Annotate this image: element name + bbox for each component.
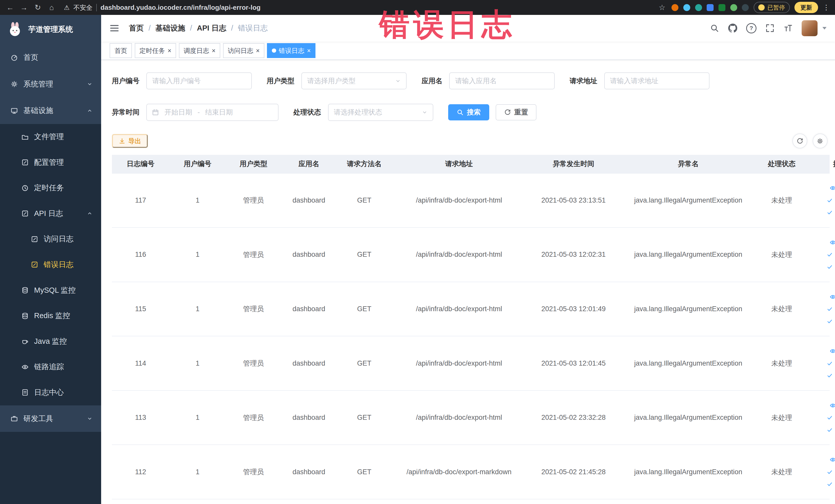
close-icon[interactable]: × xyxy=(212,47,216,54)
fullscreen-icon[interactable] xyxy=(766,24,774,33)
column-header: 应用名 xyxy=(281,159,337,168)
detail-link[interactable]: 详细 xyxy=(830,184,835,192)
processed-link[interactable]: 已处理 xyxy=(827,196,835,205)
address-bar[interactable]: ⚠ 不安全 dashboard.yudao.iocoder.cn/infra/l… xyxy=(64,3,261,12)
sidebar-item-infra[interactable]: 基础设施 xyxy=(0,98,101,124)
sidebar-item-file-manage[interactable]: 文件管理 xyxy=(0,124,101,150)
cell-status: 未处理 xyxy=(756,413,808,422)
sidebar-item-system[interactable]: 系统管理 xyxy=(0,71,101,98)
extension-icon[interactable] xyxy=(707,4,714,11)
ignored-link[interactable]: 已忽略 xyxy=(827,480,835,488)
tab-error-log[interactable]: 错误日志 × xyxy=(267,43,315,58)
processed-link[interactable]: 已处理 xyxy=(827,414,835,422)
search-button[interactable]: 搜索 xyxy=(448,104,489,120)
reset-button[interactable]: 重置 xyxy=(496,104,537,120)
browser-update-button[interactable]: 更新 xyxy=(794,2,818,13)
processed-link[interactable]: 已处理 xyxy=(827,468,835,476)
app-title: 芋道管理系统 xyxy=(28,24,73,35)
extension-icon[interactable] xyxy=(718,4,726,11)
font-size-icon[interactable] xyxy=(783,24,792,33)
hamburger-icon[interactable] xyxy=(109,23,119,33)
sidebar-item-log-center[interactable]: 日志中心 xyxy=(0,380,101,405)
detail-link[interactable]: 详细 xyxy=(830,456,835,464)
cell-actions: 详细 已处理 已忽略 xyxy=(808,184,835,217)
extension-icon[interactable] xyxy=(742,4,749,11)
tab-scheduled-jobs[interactable]: 定时任务 × xyxy=(135,43,176,58)
process-status-select[interactable]: 请选择处理状态 xyxy=(328,104,433,121)
extension-icon[interactable] xyxy=(672,4,678,11)
sidebar-item-trace[interactable]: 链路追踪 xyxy=(0,354,101,380)
sidebar-item-java-monitor[interactable]: Java 监控 xyxy=(0,329,101,354)
close-icon[interactable]: × xyxy=(168,47,171,54)
sidebar-item-home[interactable]: 首页 xyxy=(0,44,101,71)
refresh-table-button[interactable] xyxy=(792,134,807,148)
bookmark-star-icon[interactable]: ☆ xyxy=(657,3,667,12)
processed-link[interactable]: 已处理 xyxy=(827,250,835,259)
user-type-select[interactable]: 请选择用户类型 xyxy=(301,73,407,89)
database-icon xyxy=(21,286,29,294)
paused-extension-badge[interactable]: 已暂停 xyxy=(754,2,790,13)
column-header: 请求方法名 xyxy=(337,159,392,168)
ignored-link[interactable]: 已忽略 xyxy=(827,426,835,434)
sidebar-item-label: 配置管理 xyxy=(34,157,64,168)
detail-link[interactable]: 详细 xyxy=(830,401,835,410)
tab-home[interactable]: 首页 xyxy=(109,43,132,58)
cell-app: dashboard xyxy=(281,360,337,367)
sidebar-item-error-log[interactable]: 错误日志 xyxy=(0,252,101,278)
sidebar-item-redis-monitor[interactable]: Redis 监控 xyxy=(0,303,101,329)
ignored-link[interactable]: 已忽略 xyxy=(827,317,835,325)
tab-schedule-log[interactable]: 调度日志 × xyxy=(179,43,221,58)
reload-icon[interactable]: ↻ xyxy=(33,3,43,12)
security-label[interactable]: 不安全 xyxy=(74,3,93,12)
column-settings-button[interactable] xyxy=(813,134,828,148)
chevron-up-icon xyxy=(87,108,93,114)
avatar[interactable] xyxy=(802,20,817,36)
url-text[interactable]: dashboard.yudao.iocoder.cn/infra/log/api… xyxy=(100,4,261,11)
sidebar-item-access-log[interactable]: 访问日志 xyxy=(0,226,101,252)
cell-user-type: 管理员 xyxy=(226,413,281,422)
detail-link[interactable]: 详细 xyxy=(830,238,835,247)
ignored-link[interactable]: 已忽略 xyxy=(827,208,835,217)
filter-label: 用户类型 xyxy=(267,76,294,85)
chevron-down-icon xyxy=(87,81,93,87)
processed-link[interactable]: 已处理 xyxy=(827,305,835,313)
caret-down-icon[interactable] xyxy=(822,27,827,29)
cell-status: 未处理 xyxy=(756,359,808,368)
breadcrumb-item[interactable]: 基础设施 xyxy=(155,23,185,33)
forward-icon[interactable]: → xyxy=(19,3,29,12)
browser-menu-icon[interactable]: ⋮ xyxy=(823,3,830,12)
home-icon[interactable]: ⌂ xyxy=(47,3,57,12)
gear-icon xyxy=(816,138,823,144)
close-icon[interactable]: × xyxy=(256,47,260,54)
extension-icon[interactable] xyxy=(695,4,702,11)
ignored-link[interactable]: 已忽略 xyxy=(827,263,835,271)
ignored-link[interactable]: 已忽略 xyxy=(827,371,835,380)
breadcrumb-item[interactable]: 首页 xyxy=(129,23,144,33)
user-id-input[interactable] xyxy=(146,73,252,89)
date-range-picker[interactable]: 开始日期 - 结束日期 xyxy=(146,104,278,121)
help-icon[interactable]: ? xyxy=(746,23,756,33)
sidebar-item-mysql-monitor[interactable]: MySQL 监控 xyxy=(0,278,101,303)
search-icon[interactable] xyxy=(710,24,719,33)
app-name-input[interactable] xyxy=(449,73,555,89)
toolbar-right xyxy=(792,134,828,148)
check-icon xyxy=(827,209,833,216)
cell-exception: java.lang.IllegalArgumentException xyxy=(621,414,756,422)
sidebar-item-devtools[interactable]: 研发工具 xyxy=(0,405,101,432)
tab-access-log[interactable]: 访问日志 × xyxy=(223,43,265,58)
close-icon[interactable]: × xyxy=(307,47,311,54)
sidebar-item-api-log[interactable]: API 日志 xyxy=(0,201,101,226)
column-header: 异常名 xyxy=(621,159,756,168)
extension-icon[interactable] xyxy=(730,4,737,11)
detail-link[interactable]: 详细 xyxy=(830,347,835,355)
request-url-input[interactable] xyxy=(604,73,710,89)
sidebar-item-scheduled-jobs[interactable]: 定时任务 xyxy=(0,175,101,201)
breadcrumb-item[interactable]: API 日志 xyxy=(197,23,226,33)
sidebar-item-config-manage[interactable]: 配置管理 xyxy=(0,150,101,175)
processed-link[interactable]: 已处理 xyxy=(827,359,835,368)
detail-link[interactable]: 详细 xyxy=(830,293,835,301)
back-icon[interactable]: ← xyxy=(5,3,15,12)
github-icon[interactable] xyxy=(728,24,737,33)
export-button[interactable]: 导出 xyxy=(112,134,148,148)
extension-icon[interactable] xyxy=(683,4,690,11)
